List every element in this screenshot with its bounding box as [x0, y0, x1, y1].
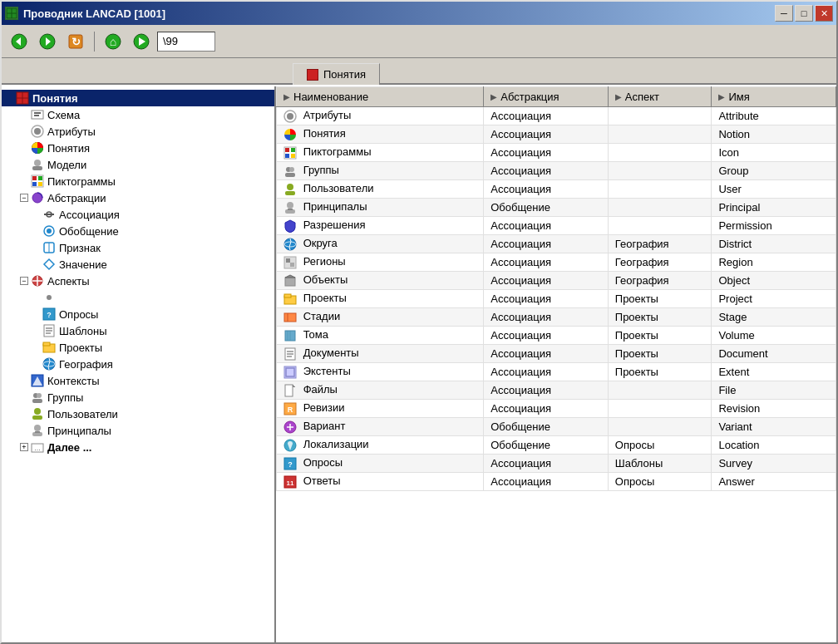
- table-row[interactable]: Проекты Ассоциация Проекты Project: [277, 290, 836, 308]
- home-button[interactable]: ⌂: [101, 30, 126, 53]
- cell-aspect: [608, 199, 712, 217]
- row-icon: [283, 128, 297, 141]
- tree-item-znacheniye[interactable]: Значение: [2, 256, 274, 273]
- refresh-button[interactable]: ↻: [63, 30, 88, 53]
- svg-point-56: [34, 408, 41, 415]
- expand-abstraktsii[interactable]: −: [20, 194, 28, 202]
- forward-icon: [39, 33, 56, 50]
- svg-text:11: 11: [287, 479, 294, 487]
- expand-dalee[interactable]: +: [20, 443, 28, 451]
- tree-icon-dalee: …: [31, 440, 44, 454]
- cell-abstraction: Ассоциация: [484, 162, 609, 180]
- cell-aspect: Опросы: [608, 436, 712, 455]
- svg-text:⌂: ⌂: [110, 35, 116, 48]
- cell-name: Пиктограммы: [277, 144, 484, 162]
- tree-item-obobshcheniye[interactable]: Обобщение: [2, 223, 274, 239]
- list-panel: ▶ Наименование ▶ Абстракция: [276, 86, 836, 642]
- tree-item-modeli[interactable]: Модели: [2, 156, 274, 173]
- table-row[interactable]: Объекты Ассоциация География Object: [277, 272, 836, 290]
- tree-item-abstraktsii[interactable]: − Абстракции: [2, 189, 274, 206]
- tree-item-aspekty[interactable]: − Аспекты: [2, 273, 274, 289]
- cell-aspect: Проекты: [608, 290, 712, 308]
- maximize-button[interactable]: □: [795, 5, 813, 22]
- cell-sysname: Principal: [712, 199, 836, 217]
- minimize-button[interactable]: ─: [775, 5, 793, 22]
- table-row[interactable]: Документы Ассоциация Проекты Document: [277, 345, 836, 363]
- table-row[interactable]: Экстенты Ассоциация Проекты Extent: [277, 363, 836, 381]
- cell-name: Файлы: [277, 381, 484, 400]
- cell-abstraction: Ассоциация: [484, 308, 609, 327]
- cell-aspect: Проекты: [608, 345, 712, 363]
- table-row[interactable]: Вариант Обобщение Variant: [277, 418, 836, 436]
- cell-sysname: Variant: [712, 418, 836, 436]
- svg-rect-66: [285, 148, 289, 152]
- table-row[interactable]: Локализации Обобщение Опросы Location: [277, 436, 836, 455]
- tree-item-ponyatiya[interactable]: Понятия: [2, 90, 274, 106]
- tree-item-priznak[interactable]: Признак: [2, 239, 274, 256]
- table-row[interactable]: 11 Ответы Ассоциация Опросы Answer: [277, 473, 836, 491]
- table-row[interactable]: Стадии Ассоциация Проекты Stage: [277, 308, 836, 327]
- main-area: Понятия Схема Атрибуты: [2, 85, 836, 642]
- tree-item-polzovateli[interactable]: Пользователи: [2, 406, 274, 422]
- cell-sysname: Attribute: [712, 107, 836, 125]
- tree-item-geografiya[interactable]: География: [2, 356, 274, 372]
- table-row[interactable]: Пиктограммы Ассоциация Icon: [277, 144, 836, 162]
- tree-item-dot[interactable]: [2, 289, 274, 306]
- tree-item-atributy[interactable]: Атрибуты: [2, 123, 274, 140]
- cell-name: Разрешения: [277, 217, 484, 235]
- cell-abstraction: Ассоциация: [484, 272, 609, 290]
- tree-item-oprosy[interactable]: ? Опросы: [2, 306, 274, 322]
- table-row[interactable]: Округа Ассоциация География District: [277, 235, 836, 253]
- tree-item-gruppy[interactable]: Группы: [2, 389, 274, 406]
- tree-item-ponyatiya2[interactable]: Понятия: [2, 140, 274, 156]
- table-row[interactable]: Понятия Ассоциация Notion: [277, 125, 836, 144]
- tree-item-printsipal[interactable]: Принципалы: [2, 422, 274, 439]
- cell-aspect: [608, 418, 712, 436]
- table-body: Атрибуты Ассоциация Attribute Понятия Ас…: [277, 107, 836, 491]
- cell-aspect: [608, 381, 712, 400]
- table-row[interactable]: Разрешения Ассоциация Permission: [277, 217, 836, 235]
- tree-icon-dot: [42, 291, 56, 304]
- cell-sysname: Project: [712, 290, 836, 308]
- path-input[interactable]: [157, 32, 215, 52]
- cell-name: 11 Ответы: [277, 473, 484, 491]
- cell-abstraction: Ассоциация: [484, 235, 609, 253]
- svg-text:?: ?: [288, 460, 293, 469]
- table-row[interactable]: Файлы Ассоциация File: [277, 381, 836, 400]
- col-header-sysname[interactable]: ▶ Имя: [712, 87, 836, 107]
- tree-item-shablony[interactable]: Шаблоны: [2, 322, 274, 339]
- row-icon: ?: [283, 457, 297, 470]
- expand-aspekty[interactable]: −: [20, 277, 28, 285]
- tree-item-piktogrammy[interactable]: Пиктограммы: [2, 173, 274, 189]
- col-header-name[interactable]: ▶ Наименование: [277, 87, 484, 107]
- back-button[interactable]: [7, 30, 32, 53]
- col-sort-icon-sysname: ▶: [718, 92, 725, 101]
- tab-ponyatiya[interactable]: Понятия: [293, 63, 380, 85]
- svg-point-54: [37, 393, 42, 398]
- tree-item-proyekty[interactable]: Проекты: [2, 339, 274, 356]
- tree-item-schema[interactable]: Схема: [2, 106, 274, 123]
- cell-sysname: Extent: [712, 363, 836, 381]
- col-header-abstraction[interactable]: ▶ Абстракция: [484, 87, 609, 107]
- cell-sysname: User: [712, 180, 836, 199]
- table-row[interactable]: Принципалы Обобщение Principal: [277, 199, 836, 217]
- forward-button[interactable]: [35, 30, 60, 53]
- cell-abstraction: Обобщение: [484, 418, 609, 436]
- table-row[interactable]: Группы Ассоциация Group: [277, 162, 836, 180]
- table-row[interactable]: Атрибуты Ассоциация Attribute: [277, 107, 836, 125]
- close-button[interactable]: ✕: [815, 5, 833, 22]
- tree-item-assotsiatsiya[interactable]: Ассоциация: [2, 206, 274, 223]
- table-row[interactable]: R Ревизии Ассоциация Revision: [277, 400, 836, 418]
- table-row[interactable]: Пользователи Ассоциация User: [277, 180, 836, 199]
- tree-item-dalee[interactable]: + … Далее ...: [2, 439, 274, 455]
- table-row[interactable]: Тома Ассоциация Проекты Volume: [277, 327, 836, 345]
- table-row[interactable]: Регионы Ассоциация География Region: [277, 253, 836, 272]
- tree-item-konteksty[interactable]: Контексты: [2, 372, 274, 389]
- tree-panel: Понятия Схема Атрибуты: [2, 86, 276, 642]
- play-button[interactable]: [129, 30, 154, 53]
- table-row[interactable]: ? Опросы Ассоциация Шаблоны Survey: [277, 455, 836, 473]
- svg-point-75: [287, 202, 293, 209]
- tree-icon-printsipal: [31, 424, 44, 437]
- col-header-aspect[interactable]: ▶ Аспект: [608, 87, 712, 107]
- tree-icon-ponyatiya: [16, 91, 29, 105]
